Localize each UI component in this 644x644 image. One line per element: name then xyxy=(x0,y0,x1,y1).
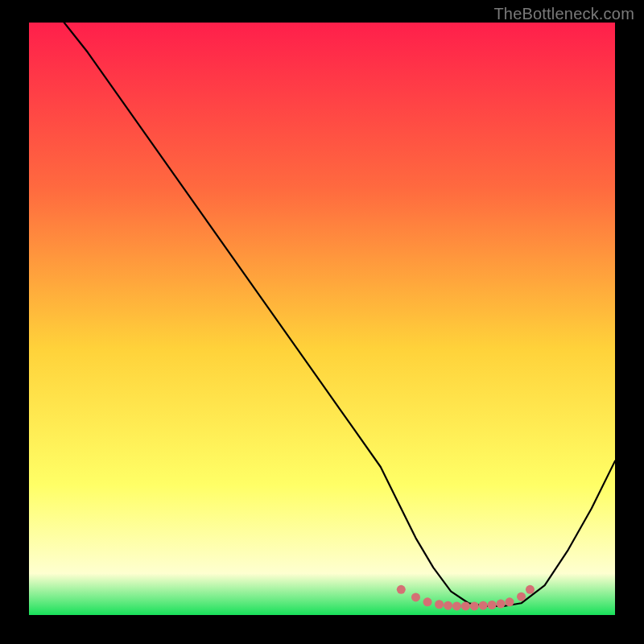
optimal-dot xyxy=(397,585,406,594)
optimal-dot xyxy=(505,597,514,606)
chart-svg xyxy=(29,23,615,615)
chart-container: TheBottleneck.com xyxy=(0,0,644,644)
optimal-dot xyxy=(497,600,506,609)
optimal-dot xyxy=(435,600,444,609)
optimal-dot xyxy=(411,592,420,601)
optimal-dot xyxy=(488,601,497,609)
gradient-background xyxy=(29,23,615,615)
optimal-dot xyxy=(470,601,479,610)
watermark-text: TheBottleneck.com xyxy=(493,5,634,23)
optimal-dot xyxy=(479,601,488,610)
optimal-dot xyxy=(452,601,461,610)
optimal-dot xyxy=(461,601,470,610)
optimal-dot xyxy=(526,585,535,594)
plot-area xyxy=(29,23,615,615)
optimal-dot xyxy=(517,592,526,601)
optimal-dot xyxy=(423,597,432,606)
optimal-dot xyxy=(444,601,452,610)
